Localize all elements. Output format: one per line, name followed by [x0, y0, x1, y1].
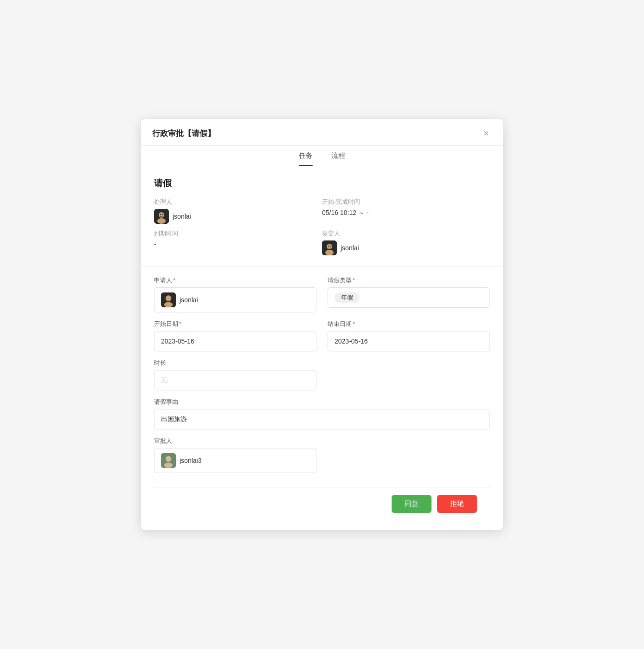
leave-type-input[interactable]: 年假	[328, 287, 490, 308]
duration-placeholder: 无	[161, 376, 167, 384]
handler-value: jsonlai	[154, 209, 322, 224]
applicant-input[interactable]: jsonlai	[154, 287, 316, 312]
form-grid: 申请人* jsonlai 请假类型*	[154, 276, 490, 473]
submitter-value: jsonlai	[322, 240, 490, 255]
svg-point-9	[330, 246, 331, 247]
duration-input[interactable]: 无	[154, 370, 316, 390]
modal-title: 行政审批【请假】	[152, 128, 215, 139]
time-cell: 开始-完成时间 05/16 10:12 ～ -	[322, 198, 490, 224]
time-value: 05/16 10:12 ～ -	[322, 209, 490, 217]
applicant-group: 申请人* jsonlai	[154, 276, 316, 312]
modal-footer: 同意 拒绝	[154, 487, 490, 520]
svg-point-11	[166, 295, 172, 301]
leave-type-group: 请假类型* 年假	[328, 276, 490, 312]
modal-tabs: 任务 流程	[141, 146, 503, 166]
reason-input[interactable]: 出国旅游	[154, 409, 490, 429]
start-date-label: 开始日期*	[154, 320, 316, 328]
approver-avatar	[161, 453, 176, 468]
approver-group: 审批人 jsonlai3	[154, 437, 316, 473]
due-label: 到期时间	[154, 229, 322, 238]
svg-point-15	[164, 463, 173, 468]
handler-name: jsonlai	[173, 213, 191, 220]
svg-point-8	[328, 246, 329, 247]
approver-label: 审批人	[154, 437, 316, 445]
approver-value: jsonlai3	[180, 457, 201, 464]
start-date-group: 开始日期* 2023-05-16	[154, 320, 316, 351]
svg-point-7	[325, 250, 334, 255]
end-date-value: 2023-05-16	[335, 337, 368, 345]
agree-button[interactable]: 同意	[392, 495, 431, 513]
applicant-label: 申请人*	[154, 276, 316, 285]
section-divider	[141, 266, 503, 267]
approver-input[interactable]: jsonlai3	[154, 448, 316, 473]
close-button[interactable]: ×	[481, 128, 492, 139]
modal-header: 行政审批【请假】 ×	[141, 119, 503, 146]
reason-group: 请假事由 出国旅游	[154, 398, 490, 429]
submitter-label: 提交人	[322, 229, 490, 238]
end-date-group: 结束日期* 2023-05-16	[328, 320, 490, 351]
svg-point-2	[157, 218, 166, 224]
reject-button[interactable]: 拒绝	[437, 495, 477, 513]
submitter-avatar	[322, 240, 337, 255]
handler-cell: 处理人 jsonlai	[154, 198, 322, 224]
due-value: -	[154, 240, 322, 248]
applicant-value: jsonlai	[180, 296, 198, 304]
info-grid: 处理人 jsonlai	[154, 198, 490, 255]
start-date-value: 2023-05-16	[161, 337, 194, 345]
tab-process[interactable]: 流程	[331, 151, 345, 166]
svg-point-12	[164, 302, 173, 307]
svg-point-14	[166, 456, 172, 462]
leave-type-tag: 年假	[335, 292, 360, 303]
submitter-cell: 提交人 jsonlai	[322, 229, 490, 255]
end-date-input[interactable]: 2023-05-16	[328, 331, 490, 351]
submitter-name: jsonlai	[341, 244, 359, 252]
start-date-input[interactable]: 2023-05-16	[154, 331, 316, 351]
tab-task[interactable]: 任务	[299, 151, 313, 166]
due-cell: 到期时间 -	[154, 229, 322, 255]
modal-dialog: 行政审批【请假】 × 任务 流程 请假 处理人	[141, 119, 503, 530]
end-date-label: 结束日期*	[328, 320, 490, 328]
duration-group: 时长 无	[154, 359, 316, 390]
modal-body: 请假 处理人 jsonlai	[141, 166, 503, 530]
handler-avatar	[154, 209, 169, 224]
leave-type-label: 请假类型*	[328, 276, 490, 285]
reason-label: 请假事由	[154, 398, 490, 406]
handler-label: 处理人	[154, 198, 322, 206]
section-title: 请假	[154, 177, 490, 189]
svg-point-4	[162, 214, 163, 215]
duration-label: 时长	[154, 359, 316, 367]
applicant-avatar	[161, 292, 176, 307]
time-label: 开始-完成时间	[322, 198, 490, 206]
reason-value: 出国旅游	[161, 415, 187, 423]
svg-point-3	[160, 214, 161, 215]
